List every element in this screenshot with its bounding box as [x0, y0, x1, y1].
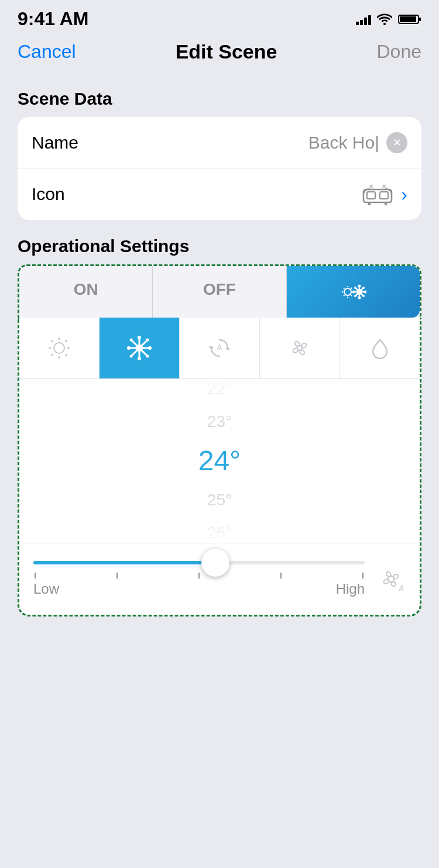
svg-point-23 — [358, 285, 361, 288]
fan-speed-thumb[interactable] — [201, 549, 229, 577]
svg-point-26 — [364, 291, 367, 294]
svg-point-48 — [148, 346, 152, 350]
tick-4 — [280, 573, 282, 578]
svg-line-18 — [351, 288, 352, 289]
svg-point-52 — [146, 339, 149, 342]
svg-rect-6 — [368, 202, 371, 205]
svg-point-50 — [146, 355, 149, 358]
name-value-container — [78, 132, 407, 153]
wifi-icon — [377, 13, 392, 25]
mode-selector: ON OFF — [18, 264, 421, 318]
fan-high-label: High — [336, 581, 365, 597]
svg-point-30 — [362, 287, 365, 289]
tick-2 — [116, 573, 118, 578]
page-title: Edit Scene — [176, 40, 277, 63]
svg-rect-4 — [367, 192, 375, 199]
svg-line-17 — [344, 295, 345, 297]
svg-point-45 — [138, 336, 141, 339]
clear-name-button[interactable] — [386, 132, 407, 153]
svg-line-16 — [351, 295, 352, 297]
temp-22: 22° — [19, 379, 420, 405]
svg-point-51 — [130, 355, 133, 358]
tick-1 — [35, 573, 36, 578]
svg-line-38 — [66, 354, 67, 356]
ac-mode-fan[interactable] — [260, 318, 340, 378]
fan-auto-icon[interactable]: A — [376, 564, 406, 594]
svg-point-27 — [354, 287, 356, 289]
fan-auto-svg: A — [376, 564, 406, 594]
svg-point-32 — [54, 343, 64, 353]
icon-row[interactable]: Icon ✕ ✕ › — [18, 168, 421, 220]
svg-text:A: A — [217, 343, 222, 352]
svg-text:✕: ✕ — [369, 183, 373, 190]
svg-text:✕: ✕ — [382, 183, 386, 190]
svg-point-47 — [127, 346, 131, 350]
settings-card: A 22° 23° 24° 25° 26° — [18, 318, 421, 616]
temp-25: 25° — [19, 484, 420, 516]
svg-point-24 — [358, 297, 361, 299]
cancel-button[interactable]: Cancel — [18, 41, 76, 63]
nav-bar: Cancel Edit Scene Done — [0, 36, 439, 73]
svg-rect-5 — [380, 192, 388, 199]
name-label: Name — [32, 133, 78, 153]
sofa-icon: ✕ ✕ — [362, 182, 393, 206]
battery-icon — [398, 13, 421, 25]
fan-low-label: Low — [33, 581, 59, 597]
name-input[interactable] — [78, 133, 379, 153]
status-time: 9:41 AM — [18, 8, 89, 30]
mode-tab-off[interactable]: OFF — [153, 266, 286, 318]
tick-3 — [198, 573, 200, 578]
status-icons — [356, 13, 421, 25]
svg-line-39 — [52, 354, 53, 356]
operational-settings-header: Operational Settings — [0, 220, 439, 264]
ac-mode-auto[interactable]: A — [180, 318, 260, 378]
scene-data-card: Name Icon ✕ ✕ › — [18, 117, 421, 220]
fan-speed-row: Low High A — [19, 543, 420, 615]
fan-speed-track — [33, 561, 365, 564]
svg-point-46 — [138, 357, 141, 360]
mode-tab-on[interactable]: ON — [19, 266, 153, 318]
slider-labels: Low High — [33, 581, 365, 597]
temp-24-selected: 24° — [19, 440, 420, 481]
ac-mode-cool[interactable] — [100, 318, 180, 378]
icon-label: Icon — [32, 184, 65, 204]
dry-icon — [367, 335, 393, 361]
svg-line-15 — [344, 288, 345, 289]
slider-ticks — [33, 573, 365, 578]
scene-data-header: Scene Data — [0, 73, 439, 117]
svg-marker-54 — [225, 346, 230, 350]
icon-chevron: › — [401, 184, 407, 205]
heat-icon — [46, 335, 72, 361]
sun-snowflake-icon — [339, 280, 366, 304]
ac-modes-row: A — [19, 318, 420, 379]
icon-value-container: ✕ ✕ › — [65, 182, 407, 206]
auto-icon: A — [207, 335, 232, 361]
svg-point-29 — [354, 295, 356, 297]
cool-icon — [126, 335, 152, 361]
name-row: Name — [18, 117, 421, 168]
svg-text:A: A — [398, 584, 404, 593]
svg-rect-7 — [385, 202, 387, 205]
tick-5 — [362, 573, 363, 578]
svg-line-40 — [66, 340, 67, 342]
ac-mode-dry[interactable] — [340, 318, 420, 378]
done-button[interactable]: Done — [376, 41, 421, 63]
status-bar: 9:41 AM — [0, 0, 439, 36]
temp-26: 26° — [19, 516, 420, 543]
svg-point-25 — [352, 291, 355, 294]
mode-tab-active[interactable] — [287, 266, 420, 318]
svg-point-49 — [130, 339, 133, 342]
fan-icon — [287, 335, 313, 361]
ac-mode-heat[interactable] — [19, 318, 100, 378]
svg-point-28 — [362, 295, 365, 297]
svg-point-10 — [344, 288, 351, 295]
heat-cool-icon — [287, 280, 420, 304]
svg-line-37 — [52, 340, 53, 342]
temp-23: 23° — [19, 405, 420, 438]
fan-speed-fill — [33, 561, 215, 564]
temperature-picker[interactable]: 22° 23° 24° 25° 26° — [19, 379, 420, 543]
signal-icon — [356, 13, 371, 25]
svg-rect-1 — [400, 16, 416, 22]
svg-rect-2 — [419, 18, 421, 21]
fan-speed-slider-container: Low High — [33, 561, 365, 597]
